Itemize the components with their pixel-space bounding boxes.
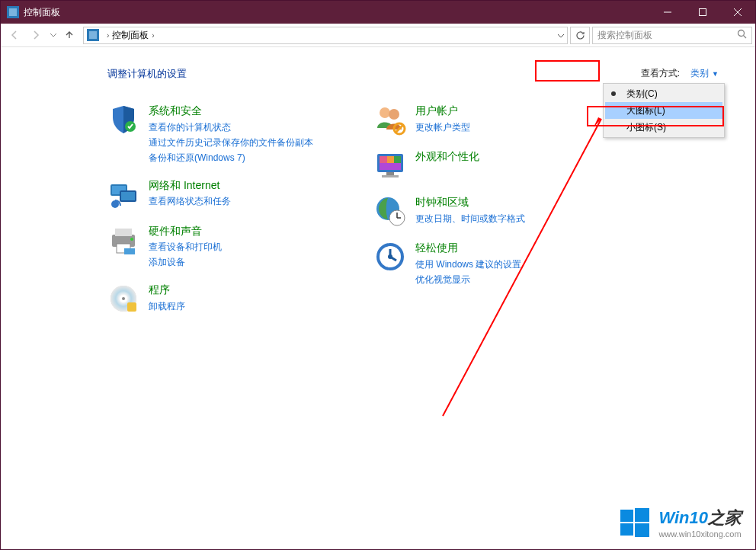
shield-icon [107, 104, 139, 136]
cat-link[interactable]: 备份和还原(Windows 7) [149, 151, 313, 165]
cat-link[interactable]: 查看设备和打印机 [149, 240, 222, 254]
search-icon [737, 29, 747, 41]
navbar: › 控制面板 › 搜索控制面板 [1, 24, 755, 47]
maximize-button[interactable] [685, 1, 720, 24]
cat-title[interactable]: 程序 [149, 283, 185, 298]
network-icon [107, 178, 139, 210]
svg-rect-28 [387, 156, 394, 163]
svg-rect-16 [124, 248, 135, 254]
view-dropdown[interactable]: 类别▼ [684, 65, 725, 82]
category-network[interactable]: 网络和 Internet 查看网络状态和任务 [107, 178, 359, 210]
cat-title[interactable]: 轻松使用 [415, 241, 521, 256]
cat-link[interactable]: 卸载程序 [149, 299, 185, 313]
access-icon [374, 241, 406, 273]
svg-rect-30 [386, 172, 394, 175]
category-hardware[interactable]: 硬件和声音 查看设备和打印机 添加设备 [107, 224, 359, 270]
svg-rect-31 [382, 175, 399, 177]
chevron-right-icon: › [152, 31, 154, 40]
svg-point-20 [122, 297, 125, 300]
svg-point-15 [130, 238, 133, 241]
category-programs[interactable]: 程序 卸载程序 [107, 283, 359, 315]
svg-rect-29 [394, 156, 401, 163]
cat-title[interactable]: 用户帐户 [415, 104, 470, 119]
address-bar[interactable]: › 控制面板 › [83, 27, 568, 44]
search-placeholder: 搜索控制面板 [597, 29, 737, 42]
chevron-right-icon: › [107, 31, 109, 40]
cat-link[interactable]: 添加设备 [149, 255, 222, 269]
chevron-down-icon: ▼ [712, 70, 719, 78]
cat-link[interactable]: 更改帐户类型 [415, 120, 470, 134]
printer-icon [107, 224, 139, 256]
svg-rect-1 [700, 9, 706, 16]
cat-link[interactable]: 通过文件历史记录保存你的文件备份副本 [149, 136, 313, 149]
dropdown-item-category[interactable]: 类别(C) [605, 85, 722, 102]
svg-point-22 [380, 107, 390, 118]
dropdown-item-small-icons[interactable]: 小图标(S) [605, 119, 722, 136]
up-button[interactable] [60, 30, 78, 40]
windows-logo-icon [619, 507, 651, 539]
window-title: 控制面板 [24, 6, 650, 19]
svg-point-4 [738, 30, 745, 37]
close-button[interactable] [720, 1, 755, 24]
history-dropdown[interactable] [46, 34, 60, 37]
cat-link[interactable]: 查看你的计算机状态 [149, 120, 313, 134]
globe-clock-icon [374, 195, 406, 227]
titlebar: 控制面板 [1, 1, 755, 24]
cat-title[interactable]: 时钟和区域 [415, 195, 525, 210]
watermark-url: www.win10xitong.com [658, 529, 742, 539]
svg-rect-13 [115, 229, 132, 236]
radio-dot-icon [611, 91, 616, 96]
cat-link[interactable]: 查看网络状态和任务 [149, 194, 231, 208]
category-ease-of-access[interactable]: 轻松使用 使用 Windows 建议的设置 优化视觉显示 [374, 241, 610, 286]
refresh-button[interactable] [570, 27, 590, 44]
category-system-security[interactable]: 系统和安全 查看你的计算机状态 通过文件历史记录保存你的文件备份副本 备份和还原… [107, 104, 359, 165]
svg-rect-21 [127, 302, 136, 312]
search-input[interactable]: 搜索控制面板 [592, 27, 752, 44]
cpl-icon [7, 6, 19, 18]
disc-icon [107, 283, 139, 315]
cat-title[interactable]: 系统和安全 [149, 104, 313, 119]
svg-rect-43 [620, 510, 633, 522]
dropdown-item-large-icons[interactable]: 大图标(L) [605, 102, 722, 119]
cat-link[interactable]: 使用 Windows 建议的设置 [415, 257, 521, 271]
svg-rect-44 [635, 508, 649, 522]
view-label: 查看方式: [641, 67, 680, 80]
svg-line-5 [744, 36, 747, 39]
cat-title[interactable]: 网络和 Internet [149, 178, 231, 193]
svg-point-40 [388, 254, 392, 259]
breadcrumb-item[interactable]: 控制面板 [112, 29, 149, 42]
watermark-title: Win10之家 [658, 507, 742, 529]
svg-rect-46 [635, 523, 649, 537]
watermark: Win10之家 www.win10xitong.com [619, 507, 742, 539]
cat-link[interactable]: 更改日期、时间或数字格式 [415, 212, 525, 225]
category-appearance[interactable]: 外观和个性化 [374, 149, 610, 181]
minimize-button[interactable] [650, 1, 685, 24]
svg-rect-27 [380, 156, 387, 163]
cat-title[interactable]: 硬件和声音 [149, 224, 222, 239]
back-button[interactable] [4, 26, 25, 44]
category-clock-region[interactable]: 时钟和区域 更改日期、时间或数字格式 [374, 195, 610, 227]
cat-title[interactable]: 外观和个性化 [415, 149, 479, 165]
svg-rect-10 [121, 192, 135, 200]
cpl-icon [87, 29, 99, 41]
view-dropdown-menu: 类别(C) 大图标(L) 小图标(S) [603, 83, 725, 138]
address-dropdown-icon[interactable] [558, 30, 564, 40]
svg-rect-45 [620, 523, 633, 536]
forward-button[interactable] [25, 26, 46, 44]
page-title: 调整计算机的设置 [107, 67, 187, 81]
category-user-accounts[interactable]: 用户帐户 更改帐户类型 [374, 104, 610, 136]
svg-point-23 [389, 109, 399, 120]
monitor-icon [374, 149, 406, 181]
users-icon [374, 104, 406, 136]
cat-link[interactable]: 优化视觉显示 [415, 273, 521, 286]
